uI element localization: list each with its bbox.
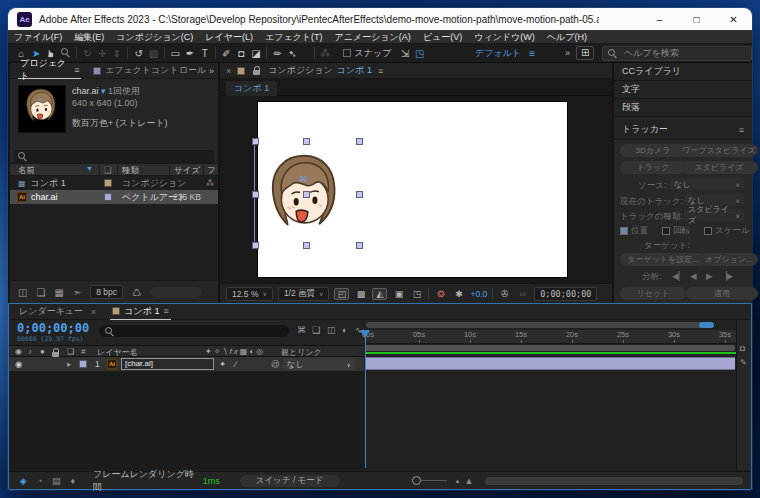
fit-icon[interactable]: ⇲ — [397, 44, 412, 63]
project-search-field[interactable] — [14, 150, 214, 164]
composition-viewer[interactable] — [220, 96, 612, 283]
selection-handle[interactable] — [252, 138, 259, 145]
selection-handle[interactable] — [303, 138, 310, 145]
tab-comp-timeline[interactable]: コンポ 1 ≡ — [110, 304, 170, 320]
menu-composition[interactable]: コンポジション(C) — [110, 30, 199, 44]
sort-arrow-icon[interactable]: ▼ — [86, 165, 93, 172]
warp-stabilizer-button[interactable]: ワープスタビライズ — [680, 144, 758, 157]
help-search-box[interactable] — [602, 46, 752, 61]
camera-tool-icon[interactable]: ▧ — [146, 44, 161, 63]
render-settings-icon[interactable]: ▤ — [50, 476, 63, 486]
magnification-dropdown[interactable]: 12.5 %∨ — [226, 287, 273, 301]
time-navigator-handle[interactable] — [699, 322, 714, 328]
playhead-line[interactable] — [365, 330, 366, 468]
rotation-tool-icon[interactable]: ↺ — [131, 44, 146, 63]
set-target-button[interactable]: ターゲットを設定... — [620, 253, 706, 266]
roto-brush-tool-icon[interactable]: ✏ — [270, 44, 285, 63]
project-row-char-ai[interactable]: Ai char.ai ベクトルアート 235 KB — [10, 190, 218, 204]
orbit-camera-tool-icon[interactable]: ↻ — [80, 44, 95, 63]
scale-checkbox-row[interactable]: スケール — [704, 225, 750, 237]
new-folder-icon[interactable]: ❏ — [36, 287, 45, 298]
selection-handle[interactable] — [252, 191, 259, 198]
panel-paragraph[interactable]: 段落 — [614, 99, 752, 117]
track-type-dropdown[interactable]: スタビライズ∨ — [684, 209, 744, 221]
eraser-tool-icon[interactable]: ◪ — [249, 44, 264, 63]
menu-help[interactable]: ヘルプ(H) — [541, 30, 593, 44]
time-ruler[interactable]: 00s 05s 10s 15s 20s 25s 30s 35s — [364, 330, 736, 344]
options-button[interactable]: オプション... — [700, 253, 758, 266]
timeline-zoom-slider[interactable] — [412, 476, 447, 485]
selection-handle[interactable] — [356, 138, 363, 145]
snapshot-camera-icon[interactable]: ✇ — [498, 289, 511, 299]
comp-marker-pencil-icon[interactable]: ✎ — [740, 358, 747, 367]
show-channel-icon[interactable]: ❂ — [434, 289, 447, 299]
source-dropdown[interactable]: なし∨ — [670, 178, 744, 190]
mask-visibility-icon[interactable]: ◭ — [372, 288, 387, 300]
current-timecode[interactable]: 0;00;00;00 — [17, 321, 89, 335]
menu-animation[interactable]: アニメーション(A) — [329, 30, 417, 44]
transparency-grid-icon[interactable]: ▩ — [354, 289, 367, 299]
switches-modes-button[interactable]: スイッチ / モード — [240, 475, 340, 487]
tab-render-queue[interactable]: レンダーキュー — [19, 305, 83, 318]
type-tool-icon[interactable]: T — [197, 44, 212, 63]
parent-dropdown[interactable]: なし∨ — [283, 358, 355, 370]
layer-visibility-eye-icon[interactable]: ◉ — [15, 359, 22, 369]
help-search-input[interactable] — [622, 47, 746, 59]
collapse-transformations-switch[interactable]: ✦ — [219, 359, 226, 369]
motion-blur-icon[interactable]: ◐ — [342, 325, 347, 335]
workspace-menu-icon[interactable]: ≡ — [527, 44, 537, 63]
adjust-icon[interactable]: ➣ — [73, 287, 81, 298]
panel-menu-icon[interactable]: ≡ — [163, 306, 168, 316]
work-area-bar[interactable] — [365, 345, 735, 351]
panel-character[interactable]: 文字 — [614, 81, 752, 99]
frame-blending-icon[interactable]: ◫ — [327, 325, 336, 335]
horizontal-scrollbar[interactable] — [485, 477, 743, 485]
exposure-value[interactable]: +0.0 — [470, 289, 487, 299]
rotation-checkbox-row[interactable]: 回転 — [662, 225, 690, 237]
panel-cc-libraries[interactable]: CCライブラリ — [614, 63, 752, 81]
layer-label-swatch[interactable] — [79, 360, 87, 368]
selection-handle[interactable] — [303, 191, 310, 198]
zoom-out-mountain-icon[interactable]: ▲ — [455, 478, 461, 484]
dolly-camera-tool-icon[interactable]: ⇕ — [110, 44, 125, 63]
workspace-overflow-chevrons[interactable]: » — [565, 48, 570, 58]
selection-handle[interactable] — [303, 242, 310, 249]
label-color-swatch[interactable] — [104, 179, 112, 187]
caret-down-icon[interactable]: ▾ — [101, 86, 106, 96]
analyze-backward-one-icon[interactable]: ◀▏ — [672, 271, 685, 281]
quality-switch[interactable]: ∕ — [235, 359, 236, 369]
analyze-forward-icon[interactable]: ▶ — [706, 271, 713, 281]
breadcrumb-comp-chip[interactable]: コンポ 1 — [226, 81, 277, 97]
close-button[interactable]: ✕ — [715, 8, 752, 30]
position-checkbox-row[interactable]: 位置 — [620, 225, 648, 237]
snap-checkbox[interactable] — [343, 49, 351, 57]
parent-pickwhip-icon[interactable]: @ — [271, 359, 280, 369]
panel-menu-icon[interactable]: ≡ — [378, 66, 383, 76]
resolution-dropdown[interactable]: 1/2 画質∨ — [278, 287, 330, 301]
comp-tab-name[interactable]: コンポ 1 — [337, 64, 372, 77]
close-tab-icon[interactable]: × — [226, 66, 231, 76]
panel-tracker[interactable]: トラッカー ≡ — [614, 120, 752, 140]
clone-stamp-tool-icon[interactable]: ◘ — [234, 44, 249, 63]
composition-flowchart-icon[interactable]: ⌘ — [297, 325, 306, 335]
menu-window[interactable]: ウィンドウ(W) — [468, 30, 541, 44]
close-render-queue-icon[interactable]: × — [91, 307, 96, 317]
comp-panel-label[interactable]: コンポジション — [268, 64, 332, 77]
menu-file[interactable]: ファイル(F) — [8, 30, 68, 44]
selection-handle[interactable] — [356, 242, 363, 249]
panel-menu-icon[interactable]: ≡ — [739, 125, 744, 135]
audio-column-icon[interactable]: ♪ — [28, 347, 32, 356]
minimize-button[interactable]: – — [641, 8, 678, 30]
project-row-comp1[interactable]: ▦ コンポ 1 コンポジション ⁂ — [10, 176, 218, 190]
puppet-pin-tool-icon[interactable]: ➴ — [285, 44, 300, 63]
show-snapshot-icon[interactable]: ∞ — [516, 289, 529, 299]
timeline-search-field[interactable] — [99, 325, 289, 337]
layer-duration-bar[interactable] — [365, 357, 735, 370]
apply-button[interactable]: 適用 — [686, 287, 758, 300]
region-of-interest-icon[interactable]: ▣ — [392, 289, 405, 299]
draft-3d-icon[interactable]: ❑ — [312, 325, 320, 335]
analyze-forward-one-icon[interactable]: ▕▶ — [720, 271, 733, 281]
reset-button[interactable]: リセット — [620, 287, 686, 300]
menu-edit[interactable]: 編集(E) — [68, 30, 110, 44]
selection-handle[interactable] — [252, 242, 259, 249]
